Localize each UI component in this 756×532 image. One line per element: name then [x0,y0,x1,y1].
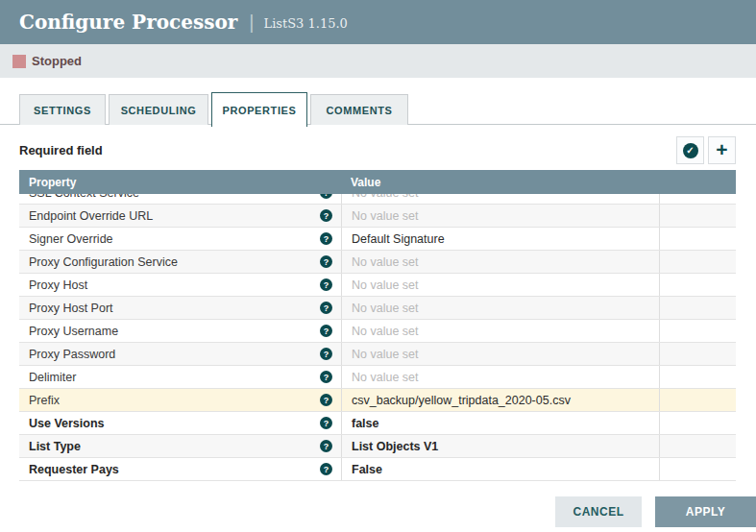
help-icon[interactable]: ? [320,302,332,314]
required-field-label: Required field [19,143,103,157]
table-header: Property Value [19,170,736,194]
processor-type-version: ListS3 1.15.0 [264,13,348,31]
tab-scheduling[interactable]: SCHEDULING [109,94,208,125]
property-value-cell[interactable]: No value set [341,194,659,204]
help-icon[interactable]: ? [320,232,332,245]
property-name: Requester Pays [29,463,320,476]
status-label: Stopped [32,54,82,68]
property-value-cell[interactable]: No value set [341,297,659,319]
help-icon[interactable]: ? [320,209,332,222]
property-value: No value set [352,255,418,269]
property-value-cell[interactable]: No value set [341,343,659,365]
property-row: Signer Override ? Default Signature [19,228,736,251]
property-value-cell[interactable]: false [341,412,659,434]
dialog-titlebar: Configure Processor | ListS3 1.15.0 [0,0,756,44]
property-name: Delimiter [29,371,320,384]
table-body: Endpoint Override URL ? No value set Sig… [19,205,736,481]
property-name: Use Versions [29,417,320,430]
property-value: false [352,417,379,430]
property-value-cell[interactable]: No value set [341,366,659,388]
property-value: No value set [352,209,418,223]
property-name: Proxy Username [29,325,320,338]
properties-toolbar: Required field ✓ + [0,135,756,165]
tab-settings[interactable]: SETTINGS [19,94,106,125]
property-name: Proxy Host Port [29,302,320,315]
verify-properties-button[interactable]: ✓ [676,136,704,164]
property-value: No value set [352,194,418,200]
property-value-cell[interactable]: List Objects V1 [341,435,659,457]
help-icon[interactable]: ? [320,440,332,452]
property-row: List Type ? List Objects V1 [19,435,736,458]
help-icon[interactable]: ? [320,463,332,475]
property-row: Proxy Host ? No value set [19,274,736,297]
apply-button[interactable]: APPLY [655,496,756,527]
help-icon[interactable]: ? [320,394,332,406]
property-row: Delimiter ? No value set [19,366,736,389]
property-name: Endpoint Override URL [29,209,320,223]
property-row: Prefix ? csv_backup/yellow_tripdata_2020… [19,389,736,412]
properties-table: Property Value SSL Context Service ? No … [19,170,736,481]
property-name: Signer Override [29,232,320,246]
property-value: No value set [352,278,418,292]
property-name: Prefix [29,394,320,407]
tab-comments[interactable]: COMMENTS [310,94,408,125]
plus-icon: + [716,139,727,159]
tab-properties[interactable]: PROPERTIES [211,92,307,127]
property-row: Proxy Password ? No value set [19,343,736,366]
property-value: List Objects V1 [352,440,438,453]
property-value: No value set [352,302,418,315]
scrolled-partial-row: SSL Context Service ? No value set [19,194,736,205]
property-name: Proxy Host [29,278,320,292]
property-value: No value set [352,325,418,338]
dialog-title: Configure Processor [19,11,237,34]
property-name: Proxy Password [29,348,320,361]
property-value: Default Signature [352,232,445,246]
tab-bar: SETTINGS SCHEDULING PROPERTIES COMMENTS [0,94,756,125]
help-icon[interactable]: ? [320,348,332,360]
cancel-button[interactable]: CANCEL [555,496,642,527]
help-icon[interactable]: ? [320,194,332,199]
property-name: Proxy Configuration Service [29,255,320,269]
title-separator: | [249,12,254,34]
help-icon[interactable]: ? [320,417,332,429]
processor-status-bar: Stopped [0,44,756,78]
property-value-cell[interactable]: No value set [341,320,659,342]
property-row: Endpoint Override URL ? No value set [19,205,736,228]
property-row: Proxy Host Port ? No value set [19,297,736,320]
property-row: Requester Pays ? False [19,458,736,481]
property-value-cell[interactable]: No value set [341,274,659,296]
help-icon[interactable]: ? [320,371,332,383]
property-row: SSL Context Service ? No value set [19,194,736,205]
property-value-cell[interactable]: No value set [341,251,659,273]
add-property-button[interactable]: + [708,136,736,164]
property-row: Proxy Username ? No value set [19,320,736,343]
property-value-cell[interactable]: False [341,458,659,480]
column-header-property: Property [19,176,341,189]
configure-processor-dialog: Configure Processor | ListS3 1.15.0 Stop… [0,0,756,532]
help-icon[interactable]: ? [320,255,332,268]
property-value-cell[interactable]: csv_backup/yellow_tripdata_2020-05.csv [341,389,659,411]
property-value: No value set [352,371,418,384]
help-icon[interactable]: ? [320,278,332,291]
property-value: csv_backup/yellow_tripdata_2020-05.csv [352,394,571,407]
stopped-icon [12,55,26,68]
property-name: List Type [29,440,320,453]
property-value: No value set [352,348,418,361]
help-icon[interactable]: ? [320,325,332,337]
property-name: SSL Context Service [29,194,320,200]
property-value-cell[interactable]: No value set [341,205,659,227]
property-row: Proxy Configuration Service ? No value s… [19,251,736,274]
property-value: False [352,463,382,476]
column-header-value: Value [341,176,659,189]
property-value-cell[interactable]: Default Signature [341,228,659,250]
property-row: Use Versions ? false [19,412,736,435]
verify-check-icon: ✓ [683,143,698,158]
